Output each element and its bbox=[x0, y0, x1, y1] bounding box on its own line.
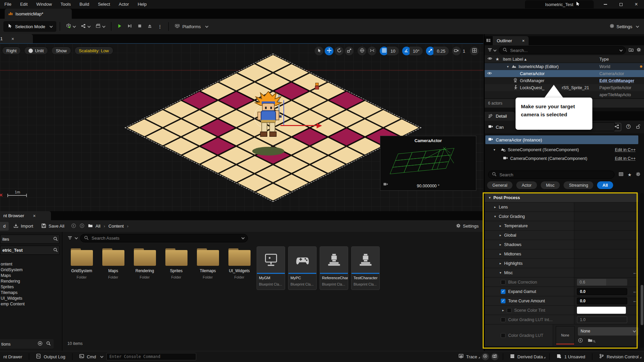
favorites-icon[interactable]: ★ bbox=[628, 172, 632, 177]
prop-misc[interactable]: ▾Misc← bbox=[485, 268, 638, 278]
menu-select[interactable]: Select bbox=[94, 0, 114, 9]
filter-misc[interactable]: Misc bbox=[540, 181, 560, 189]
prop-shadows[interactable]: ▸Shadows bbox=[485, 240, 638, 249]
value-input[interactable]: 0.0 bbox=[577, 298, 627, 304]
expander-icon[interactable]: ▸ bbox=[498, 243, 503, 246]
outliner-search-input[interactable]: Search... bbox=[499, 46, 626, 54]
outliner-row-1[interactable]: CameraActorCameraActor bbox=[485, 70, 644, 77]
panel-list-icon[interactable] bbox=[486, 38, 491, 44]
asset-referencechar[interactable]: ReferenceCharBlueprint Cla... bbox=[320, 246, 348, 290]
prop-expand-gamut[interactable]: ✓Expand Gamut0.0← bbox=[485, 287, 638, 296]
revision-control-button[interactable]: Revision Control bbox=[596, 354, 642, 360]
move-tool-button[interactable] bbox=[325, 47, 333, 55]
asset-tilemaps[interactable]: TilemapsFolder bbox=[194, 246, 222, 290]
new-folder-icon[interactable] bbox=[629, 47, 634, 53]
gear-icon[interactable] bbox=[636, 47, 641, 53]
outliner-row-2[interactable]: GridManagerEdit GridManager bbox=[485, 77, 644, 84]
platforms-dropdown[interactable]: Platforms bbox=[172, 21, 211, 32]
collections-bar[interactable]: tions bbox=[0, 339, 54, 349]
gizmo-z-axis[interactable] bbox=[283, 100, 284, 125]
project-search-input[interactable] bbox=[0, 246, 60, 255]
tree-item-maps[interactable]: Maps bbox=[0, 273, 62, 279]
asset-maps[interactable]: MapsFolder bbox=[99, 246, 127, 290]
scalability-button[interactable]: Scalability: Low bbox=[74, 47, 113, 55]
world-space-button[interactable] bbox=[358, 47, 366, 55]
maximize-button[interactable] bbox=[613, 0, 629, 9]
checkbox[interactable] bbox=[507, 308, 512, 313]
outliner-row-4[interactable]: aperTileMapActo bbox=[485, 91, 644, 98]
prop-lens[interactable]: ▸Lens bbox=[485, 202, 638, 212]
character-sprite[interactable] bbox=[250, 91, 287, 142]
checkbox[interactable]: ✓ bbox=[501, 299, 505, 303]
prop-midtones[interactable]: ▸Midtones bbox=[485, 249, 638, 259]
use-selected-icon[interactable] bbox=[578, 338, 583, 344]
grid-snap-value[interactable]: 10 bbox=[387, 47, 398, 55]
eject-button[interactable] bbox=[145, 21, 155, 32]
close-button[interactable]: × bbox=[629, 0, 644, 9]
viewport-tab-close-icon[interactable]: × bbox=[11, 36, 14, 42]
tree-item-gridsystem[interactable]: GridSystem bbox=[0, 267, 62, 273]
asset-sprites[interactable]: SpritesFolder bbox=[162, 246, 191, 290]
content-browser-settings-button[interactable]: Settings bbox=[456, 223, 479, 229]
expander-icon[interactable]: ▸ bbox=[498, 261, 503, 265]
perspective-button[interactable]: Right bbox=[2, 47, 21, 55]
asset-testcharacter[interactable]: TestCharacterBlueprint Cla... bbox=[351, 246, 380, 290]
expander-icon[interactable]: ▾ bbox=[493, 215, 497, 218]
details-scrollbar[interactable] bbox=[640, 193, 644, 348]
tree-item-ui_widgets[interactable]: UI_Widgets bbox=[0, 296, 62, 301]
reset-arrow-icon[interactable]: ← bbox=[633, 270, 637, 275]
outliner-row-0[interactable]: ▾IsometricMap (Editor)World bbox=[485, 63, 644, 70]
play-button[interactable] bbox=[115, 21, 125, 32]
select-tool-button[interactable] bbox=[315, 47, 323, 55]
checkbox[interactable] bbox=[501, 280, 505, 285]
blueprints-dropdown[interactable] bbox=[78, 21, 93, 32]
viewmode-button[interactable]: Unlit bbox=[24, 47, 48, 55]
filter-all[interactable]: All bbox=[597, 181, 613, 189]
derived-data-button[interactable]: Derived Data bbox=[506, 354, 546, 360]
asset-ui_widgets[interactable]: UI_WidgetsFolder bbox=[225, 246, 254, 290]
cinematics-dropdown[interactable] bbox=[93, 21, 108, 32]
camera-speed-value[interactable]: 1 bbox=[460, 47, 469, 55]
expander-icon[interactable]: ▸ bbox=[493, 205, 497, 209]
star-column-icon[interactable]: ★ bbox=[495, 57, 499, 62]
import-button[interactable]: Import bbox=[10, 222, 37, 231]
rotate-tool-button[interactable] bbox=[335, 47, 343, 55]
filter-actor[interactable]: Actor bbox=[516, 181, 537, 189]
add-content-button[interactable]: d bbox=[0, 222, 9, 231]
expander-icon[interactable]: ▾ bbox=[492, 148, 497, 152]
checkbox[interactable] bbox=[501, 333, 505, 338]
menu-window[interactable]: Window bbox=[32, 0, 56, 9]
asset-mypc[interactable]: MyPCBlueprint Cla... bbox=[288, 246, 317, 290]
viewport-tab[interactable]: ort 1 × bbox=[0, 34, 33, 43]
expander-icon[interactable]: ▾ bbox=[498, 271, 503, 275]
prop-tone-curve-amount[interactable]: ✓Tone Curve Amount0.0← bbox=[485, 296, 638, 306]
menu-tools[interactable]: Tools bbox=[56, 0, 75, 9]
gizmo-x-axis[interactable] bbox=[280, 125, 317, 126]
prop-color-grading[interactable]: ▾Color Grading bbox=[485, 212, 638, 221]
menu-help[interactable]: Help bbox=[133, 0, 151, 9]
prop-global[interactable]: ▸Global bbox=[485, 231, 638, 240]
tree-item-ontent[interactable]: ontent bbox=[0, 261, 62, 267]
eye-icon[interactable] bbox=[487, 56, 492, 62]
asset-mygm[interactable]: MyGMBlueprint Cla... bbox=[257, 246, 285, 290]
browse-to-icon[interactable] bbox=[588, 338, 596, 344]
add-actor-dropdown[interactable] bbox=[63, 21, 78, 32]
tree-item-tilemaps[interactable]: Tilemaps bbox=[0, 290, 62, 296]
outliner-tab[interactable]: Outliner × bbox=[493, 36, 529, 45]
favorites-search-input[interactable] bbox=[0, 235, 60, 244]
viewport-canvas[interactable]: Right Unlit Show Scalability: Low 10 1 bbox=[0, 43, 483, 211]
menu-actor[interactable]: Actor bbox=[114, 0, 133, 9]
prop-color-grading-lut-int-[interactable]: Color Grading LUT Int...1.0 bbox=[485, 315, 638, 324]
filter-general[interactable]: General bbox=[487, 181, 513, 189]
gear-icon[interactable] bbox=[636, 172, 641, 178]
value-slider[interactable]: 0.6 bbox=[577, 279, 627, 286]
edit-in-cpp-link[interactable]: Edit in C++ bbox=[615, 156, 636, 161]
search-icon[interactable] bbox=[46, 341, 51, 347]
surface-snap-button[interactable] bbox=[368, 47, 376, 55]
checkbox[interactable] bbox=[501, 317, 505, 322]
expander-icon[interactable]: ▸ bbox=[498, 252, 503, 256]
save-all-button[interactable]: Save All bbox=[38, 222, 68, 231]
prop-post-process[interactable]: ▾Post Process bbox=[485, 193, 638, 202]
menu-build[interactable]: Build bbox=[75, 0, 94, 9]
add-collection-icon[interactable] bbox=[38, 341, 43, 347]
